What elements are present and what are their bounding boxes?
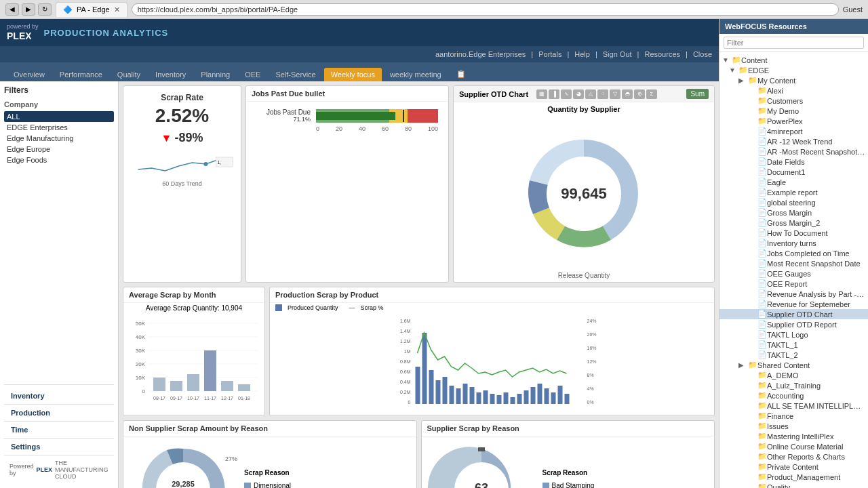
tree-document1[interactable]: 📄 Document1	[719, 167, 868, 177]
back-button[interactable]: ◀	[5, 3, 19, 16]
tree-jobs-completed[interactable]: 📄 Jobs Completed on Time	[719, 248, 868, 258]
tree-revenue-analysis[interactable]: 📄 Revenue Analysis by Part - Pro...	[719, 289, 868, 299]
tab-oee[interactable]: OEE	[238, 68, 267, 81]
tree-gross-margin[interactable]: 📄 Gross Margin	[719, 207, 868, 218]
filter-edge-manufacturing[interactable]: Edge Manufacturing	[4, 133, 114, 144]
filter-edge-europe[interactable]: Edge Europe	[4, 144, 114, 155]
gross-margin-icon: 📄	[757, 208, 767, 217]
tree-my-demo[interactable]: 📁 My Demo	[719, 106, 868, 116]
table-icon[interactable]: ▦	[536, 89, 547, 99]
tree-supplier-otd-report[interactable]: 📄 Supplier OTD Report	[719, 319, 868, 329]
production-nav-button[interactable]: Production	[4, 405, 114, 422]
tree-shared-content[interactable]: ▶ 📁 Shared Content	[719, 360, 868, 370]
tree-edge-folder[interactable]: ▼ 📁 EDGE	[719, 65, 868, 75]
tree-all-se-team[interactable]: 📁 ALL SE TEAM INTELLIPLEX APP	[719, 401, 868, 411]
tree-example-report[interactable]: 📄 Example report	[719, 187, 868, 197]
map-icon[interactable]: ⊕	[634, 89, 645, 99]
tree-mastering-intelliplex[interactable]: 📁 Mastering IntelliPlex	[719, 431, 868, 441]
tree-eagle[interactable]: 📄 Eagle	[719, 177, 868, 187]
tree-date-fields[interactable]: 📄 Date Fields	[719, 157, 868, 167]
tree-finance[interactable]: 📁 Finance	[719, 411, 868, 421]
tree-powerplex[interactable]: 📁 PowerPlex	[719, 116, 868, 126]
portals-link[interactable]: Portals	[538, 50, 561, 58]
settings-nav-button[interactable]: Settings	[4, 439, 114, 455]
tree-ar-snapshot[interactable]: 📄 AR -Most Recent Snapshot Da...	[719, 146, 868, 157]
tree-gross-margin-label: Gross Margin	[767, 209, 865, 217]
line-icon[interactable]: ∿	[561, 89, 572, 99]
tab-close-icon[interactable]: ✕	[114, 5, 120, 14]
tab-self-service[interactable]: Self-Service	[269, 68, 322, 81]
down-arrow-icon: ▼	[161, 132, 172, 144]
avg-scrap-title: Average Scrap by Month	[123, 287, 264, 303]
supplier-scrap-donut-svg: 63	[427, 442, 536, 488]
browser-navigation[interactable]: ◀ ▶ ↻	[5, 3, 52, 16]
svg-rect-55	[490, 394, 495, 404]
bar-icon[interactable]: ▐	[549, 89, 559, 99]
tree-a-demo[interactable]: 📁 A_DEMO	[719, 370, 868, 380]
tree-gross-margin-2[interactable]: 📄 Gross Margin_2	[719, 218, 868, 228]
tree-ar-12-week[interactable]: 📄 AR -12 Week Trend	[719, 136, 868, 146]
bullet-chart: Jobs Past Due 71.1%	[246, 102, 448, 139]
tab-overview[interactable]: Overview	[7, 68, 52, 81]
gauge-icon[interactable]: ◓	[622, 89, 633, 99]
tree-customers[interactable]: 📁 Customers	[719, 96, 868, 106]
resources-link[interactable]: Resources	[644, 50, 680, 58]
tree-private-content[interactable]: 📁 Private Content	[719, 462, 868, 472]
tab-clipboard[interactable]: 📋	[450, 67, 473, 81]
tree-global-steering[interactable]: 📄 global steering	[719, 197, 868, 207]
tree-my-content[interactable]: ▶ 📁 My Content	[719, 75, 868, 85]
tree-inventory-turns[interactable]: 📄 Inventory turns	[719, 238, 868, 248]
tab-performance[interactable]: Performance	[53, 68, 109, 81]
area-icon[interactable]: △	[585, 89, 596, 99]
tab-weekly-meeting[interactable]: weekly meeting	[383, 68, 448, 81]
tree-product-management[interactable]: 📁 Product_Management	[719, 472, 868, 482]
tree-most-recent-snapshot[interactable]: 📄 Most Recent Snapshot Date	[719, 258, 868, 268]
tree-other-reports[interactable]: 📁 Other Reports & Charts	[719, 451, 868, 462]
scatter-icon[interactable]: ⁘	[597, 89, 608, 99]
time-nav-button[interactable]: Time	[4, 422, 114, 439]
filters-title: Filters	[4, 85, 114, 95]
close-link[interactable]: Close	[693, 50, 712, 58]
svg-rect-62	[538, 384, 542, 404]
sigma-icon[interactable]: Σ	[646, 89, 657, 99]
sum-button[interactable]: Sum	[686, 89, 709, 99]
tree-oee-gauges[interactable]: 📄 OEE Gauges	[719, 268, 868, 279]
sign-out-link[interactable]: Sign Out	[603, 50, 632, 58]
tab-weekly-focus[interactable]: Weekly focus	[324, 68, 382, 81]
tree-revenue-september[interactable]: 📄 Revenue for Septemeber	[719, 299, 868, 309]
tab-title: PA - Edge	[77, 5, 110, 14]
tree-4minreport[interactable]: 📄 4minreport	[719, 126, 868, 136]
filter-edge-foods[interactable]: Edge Foods	[4, 155, 114, 165]
webfocus-search-input[interactable]	[724, 37, 864, 49]
tree-taktl-logo[interactable]: 📄 TAKTL Logo	[719, 329, 868, 340]
scrap-rate-value: 2.52%	[130, 105, 234, 127]
supplier-scrap-reason-title: Scrap Reason	[542, 469, 627, 476]
taktl-1-icon: 📄	[757, 340, 767, 349]
tree-how-to-document[interactable]: 📄 How To Document	[719, 228, 868, 238]
help-link[interactable]: Help	[574, 50, 590, 58]
tree-alexi[interactable]: 📁 Alexi	[719, 85, 868, 96]
tab-quality[interactable]: Quality	[111, 68, 147, 81]
funnel-icon[interactable]: ▽	[610, 89, 620, 99]
tree-supplier-otd-chart[interactable]: 📄 Supplier OTD Chart	[719, 309, 868, 319]
filter-all[interactable]: ALL	[4, 111, 114, 122]
refresh-button[interactable]: ↻	[38, 3, 52, 16]
tree-accounting[interactable]: 📁 Accounting	[719, 390, 868, 401]
tree-taktl-1[interactable]: 📄 TAKTL_1	[719, 340, 868, 350]
tree-content-root[interactable]: ▼ 📁 Content	[719, 55, 868, 65]
pie-icon[interactable]: ◕	[573, 89, 584, 99]
filter-edge-enterprises[interactable]: EDGE Enterprises	[4, 122, 114, 133]
inventory-nav-button[interactable]: Inventory	[4, 388, 114, 405]
tab-planning[interactable]: Planning	[194, 68, 237, 81]
tree-online-course[interactable]: 📁 Online Course Material	[719, 441, 868, 451]
svg-text:11-17: 11-17	[204, 396, 216, 401]
tree-issues[interactable]: 📁 Issues	[719, 421, 868, 431]
tree-oee-report[interactable]: 📄 OEE Report	[719, 279, 868, 289]
forward-button[interactable]: ▶	[22, 3, 35, 16]
tree-quality[interactable]: 📁 Quality	[719, 482, 868, 488]
browser-tab[interactable]: 🔷 PA - Edge ✕	[56, 2, 127, 17]
tree-a-luiz-training[interactable]: 📁 A_Luiz_Training	[719, 380, 868, 390]
browser-url-bar[interactable]: https://cloud.plex.com/bi_apps/bi/portal…	[132, 3, 839, 16]
tab-inventory[interactable]: Inventory	[149, 68, 193, 81]
tree-taktl-2[interactable]: 📄 TAKTL_2	[719, 350, 868, 360]
